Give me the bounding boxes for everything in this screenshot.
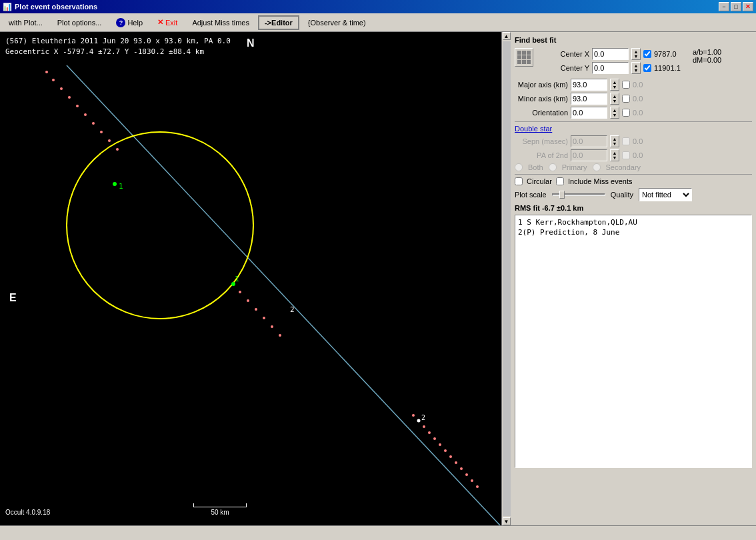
svg-text:1: 1 (119, 182, 123, 191)
orientation-spin[interactable]: ▲▼ (610, 107, 619, 119)
svg-point-32 (455, 461, 457, 464)
sepn-input[interactable] (571, 135, 607, 147)
svg-point-6 (76, 105, 79, 107)
status-text (3, 529, 5, 537)
rms-label: RMS fit -6.7 ±0.1 km (515, 204, 752, 212)
observation-list: 1 S Kerr,Rockhampton,QLD,AU 2(P) Predict… (515, 215, 752, 468)
plot-area[interactable]: (567) Eleutheria 2011 Jun 20 93.0 x 93.0… (0, 32, 501, 525)
center-x-spin[interactable]: ▲▼ (631, 48, 641, 60)
app-icon: 📊 (3, 3, 12, 11)
svg-point-27 (428, 431, 431, 434)
editor-menu[interactable]: ->Editor (258, 15, 299, 30)
sepn-label: Sepn (masec) (515, 137, 568, 145)
both-radio[interactable] (515, 163, 523, 171)
pa2nd-row: PA of 2nd ▲▼ 0.0 (515, 149, 752, 161)
svg-point-17 (247, 299, 249, 302)
center-y-spin[interactable]: ▲▼ (631, 62, 641, 74)
sepn-row: Sepn (masec) ▲▼ 0.0 (515, 135, 752, 147)
pa2nd-checkbox[interactable] (622, 151, 630, 159)
svg-point-2 (45, 71, 48, 73)
svg-point-24 (417, 419, 421, 423)
minor-axis-checkbox[interactable] (622, 95, 630, 103)
plot-svg: 1 1 2 2 (0, 32, 501, 525)
scale-line (193, 503, 247, 507)
svg-point-11 (116, 148, 119, 151)
double-star-link[interactable]: Double star (515, 125, 752, 133)
center-x-fit-value: 9787.0 (654, 50, 687, 58)
sepn-spin[interactable]: ▲▼ (610, 135, 619, 147)
orientation-fit-value: 0.0 (633, 109, 666, 117)
svg-point-34 (465, 473, 468, 476)
scale-bar: 50 km (193, 503, 247, 516)
ratio-display: a/b=1.00 dM=0.00 (690, 48, 721, 64)
scroll-down-button[interactable]: ▼ (503, 517, 511, 525)
minimize-button[interactable]: − (719, 2, 729, 11)
obs-item-1: 1 S Kerr,Rockhampton,QLD,AU (518, 218, 749, 227)
with-plot-menu[interactable]: with Plot... (3, 15, 49, 30)
pa2nd-label: PA of 2nd (515, 151, 568, 159)
close-button[interactable]: ✕ (743, 2, 753, 11)
plot-options-menu[interactable]: Plot options... (51, 15, 108, 30)
pa2nd-input[interactable] (571, 149, 607, 161)
svg-point-1 (67, 132, 253, 319)
minor-axis-input[interactable] (571, 93, 607, 105)
minor-axis-spin[interactable]: ▲▼ (610, 93, 619, 105)
maximize-button[interactable]: □ (731, 2, 741, 11)
minor-axis-label: Minor axis (km) (515, 95, 568, 103)
sepn-fit-value: 0.0 (633, 137, 666, 145)
scale-text: 50 km (211, 509, 229, 516)
major-axis-label: Major axis (km) (515, 81, 568, 89)
options-row: Circular Include Miss events (515, 177, 752, 185)
secondary-radio[interactable] (593, 163, 601, 171)
plot-scale-slider[interactable] (552, 193, 605, 196)
major-axis-input[interactable] (571, 79, 607, 91)
help-menu[interactable]: ? Help (110, 15, 149, 30)
svg-point-13 (113, 182, 117, 186)
svg-point-20 (271, 325, 273, 328)
plot-scrollbar[interactable]: ▲ ▼ (501, 32, 511, 525)
major-axis-fit-value: 0.0 (633, 81, 666, 89)
circular-checkbox[interactable] (515, 177, 523, 185)
title-bar-text: Plot event observations (15, 3, 97, 11)
center-x-input[interactable] (592, 48, 629, 60)
star-radio-row: Both Primary Secondary (515, 163, 752, 171)
svg-point-8 (92, 122, 95, 125)
adjust-miss-times-menu[interactable]: Adjust Miss times (186, 15, 255, 30)
orientation-input[interactable] (571, 107, 607, 119)
main-content: (567) Eleutheria 2011 Jun 20 93.0 x 93.0… (0, 32, 756, 525)
quality-select[interactable]: Not fitted (639, 188, 692, 201)
status-bar (0, 525, 756, 540)
separator-2 (515, 174, 752, 175)
observer-time-menu[interactable]: {Observer & time) (302, 15, 372, 30)
svg-point-19 (263, 317, 265, 319)
find-best-fit-title: Find best fit (515, 36, 752, 44)
pa2nd-spin[interactable]: ▲▼ (610, 149, 619, 161)
major-axis-spin[interactable]: ▲▼ (610, 79, 619, 91)
primary-radio[interactable] (549, 163, 557, 171)
svg-point-23 (412, 414, 415, 417)
orientation-checkbox[interactable] (622, 109, 630, 117)
both-label: Both (528, 163, 543, 171)
orientation-row: Orientation ▲▼ 0.0 (515, 107, 752, 119)
secondary-label: Secondary (606, 163, 641, 171)
center-y-checkbox[interactable] (643, 64, 651, 72)
major-axis-checkbox[interactable] (622, 81, 630, 89)
slider-thumb[interactable] (559, 191, 565, 199)
scroll-up-button[interactable]: ▲ (503, 32, 511, 40)
quality-label: Quality (611, 191, 633, 199)
center-y-fit-value: 11901.1 (654, 64, 687, 72)
center-y-input[interactable] (592, 62, 629, 74)
minor-axis-row: Minor axis (km) ▲▼ 0.0 (515, 93, 752, 105)
svg-text:2: 2 (290, 305, 295, 314)
svg-point-7 (84, 113, 87, 116)
exit-menu[interactable]: ✕ Exit (151, 15, 183, 30)
svg-point-9 (100, 131, 103, 133)
fit-grid-icon[interactable] (515, 48, 533, 67)
svg-point-3 (52, 79, 55, 81)
separator-1 (515, 121, 752, 122)
center-x-checkbox[interactable] (643, 50, 651, 58)
svg-point-10 (108, 139, 111, 142)
sepn-checkbox[interactable] (622, 137, 630, 145)
include-miss-checkbox[interactable] (556, 177, 564, 185)
help-icon: ? (116, 18, 125, 27)
